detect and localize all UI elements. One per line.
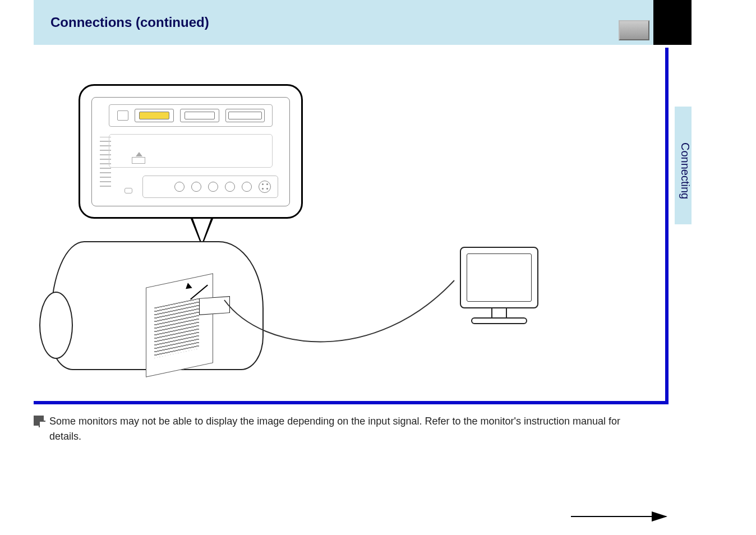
- usb-port: [117, 110, 128, 121]
- port-row: [109, 104, 273, 127]
- page-title-bar: Connections (continued): [34, 0, 667, 45]
- rgb-in-port: [135, 109, 174, 122]
- page-title: Connections (continued): [50, 15, 209, 30]
- note-text: Some monitors may not be able to display…: [49, 414, 655, 444]
- section-tab-label: Connecting: [679, 142, 692, 199]
- audio-jack: [174, 182, 185, 192]
- connection-diagram: [45, 84, 550, 398]
- audio-jack: [225, 182, 235, 192]
- nav-button[interactable]: [619, 20, 649, 40]
- external-monitor: [449, 247, 550, 348]
- corner-box: [653, 0, 692, 45]
- content-border-right: [665, 48, 669, 403]
- s-video-port: [259, 181, 271, 193]
- eject-icon: [132, 157, 145, 164]
- note-block: Some monitors may not be able to display…: [34, 414, 655, 444]
- lock-slot: [125, 188, 132, 193]
- rear-panel-callout: [79, 84, 303, 219]
- card-slot: [109, 134, 273, 168]
- continued-indicator: [554, 508, 666, 525]
- rear-panel: [91, 97, 290, 206]
- cable: [140, 219, 499, 365]
- rgb-out-port: [180, 109, 219, 122]
- av-row: [142, 176, 278, 198]
- content-border-bottom: [34, 401, 669, 404]
- arrow-right-icon: [571, 516, 666, 517]
- audio-jack: [191, 182, 201, 192]
- section-tab: Connecting: [675, 107, 692, 224]
- dvi-port: [225, 109, 265, 122]
- video-jack: [242, 182, 252, 192]
- audio-jack: [208, 182, 218, 192]
- note-icon: [34, 416, 44, 426]
